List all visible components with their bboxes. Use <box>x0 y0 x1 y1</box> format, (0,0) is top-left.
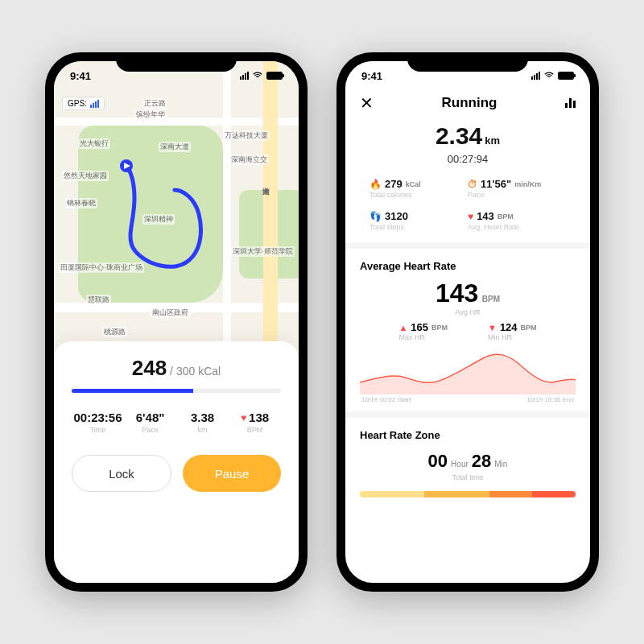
notch <box>116 52 237 72</box>
arrow-down-icon: ▼ <box>488 323 497 332</box>
screen-tracking: 9:41 GPS: 正云路 缤纷年华 光大银行 深南大道 深南海立交 万达科技 <box>54 61 299 583</box>
page-header: ✕ Running <box>345 90 590 113</box>
metric-bpm: ♥138 BPM <box>229 411 281 434</box>
hr-zone-title: Heart Rate Zone <box>360 429 576 441</box>
arrow-up-icon: ▲ <box>398 323 407 332</box>
status-icons <box>531 70 574 81</box>
cellular-icon <box>240 72 249 80</box>
zone-bar <box>360 491 576 497</box>
section-divider <box>345 242 590 249</box>
lock-button[interactable]: Lock <box>72 455 171 492</box>
status-icons <box>240 70 283 81</box>
clock-icon: ⏱ <box>468 179 477 190</box>
total-duration: 00:27:94 <box>345 153 590 165</box>
steps-icon: 👣 <box>369 211 382 222</box>
min-hr: ▼124BPM Min HR <box>488 321 537 341</box>
calories-target: / 300 kCal <box>170 365 221 378</box>
metric-time: 00:23:56 Time <box>72 411 124 434</box>
stats-icon[interactable] <box>565 98 576 108</box>
avg-hr-section: Average Heart Rate 143 BPM Avg HR ▲165BP… <box>345 249 590 411</box>
live-metrics: 00:23:56 Time 6'48" Pace 3.38 km ♥138 BP… <box>72 411 281 434</box>
screen-summary: 9:41 ✕ Running 2.34km 00:27:94 🔥279kCal … <box>345 61 590 583</box>
calories-current: 248 <box>132 356 167 380</box>
metric-pace: 6'48" Pace <box>124 411 176 434</box>
summary-header: 2.34km 00:27:94 <box>345 113 590 170</box>
stat-calories: 🔥279kCal Total calories <box>369 178 468 199</box>
heart-icon: ♥ <box>241 412 246 423</box>
wifi-icon <box>252 70 263 81</box>
hr-chart <box>360 346 576 394</box>
status-time: 9:41 <box>70 70 91 82</box>
battery-icon <box>558 72 574 80</box>
notch <box>407 52 528 72</box>
calorie-progress-text: 248 / 300 kCal <box>72 356 281 381</box>
stat-steps: 👣3120 Total steps <box>369 210 468 231</box>
cellular-icon <box>531 72 540 80</box>
battery-icon <box>266 72 283 80</box>
pause-button[interactable]: Pause <box>183 455 281 492</box>
stat-avg-hr: ♥143BPM Avg. Heart Rate <box>468 210 566 231</box>
summary-stats: 🔥279kCal Total calories ⏱11'56"min/Km Pa… <box>345 170 590 242</box>
total-distance: 2.34km <box>345 122 590 150</box>
hr-minmax: ▲165BPM Max HR ▼124BPM Min HR <box>360 321 576 341</box>
heart-icon: ♥ <box>468 211 473 222</box>
flame-icon: 🔥 <box>369 179 382 190</box>
stat-pace: ⏱11'56"min/Km Pace <box>468 178 566 199</box>
route-path <box>110 158 223 279</box>
gps-indicator: GPS: <box>62 97 105 110</box>
section-divider <box>345 411 590 418</box>
max-hr: ▲165BPM Max HR <box>398 321 448 341</box>
zone-total-time: 00Hour 28Min <box>360 451 576 472</box>
hr-zone-section: Heart Rate Zone 00Hour 28Min Total time <box>345 418 590 506</box>
phone-right: 9:41 ✕ Running 2.34km 00:27:94 🔥279kCal … <box>336 52 599 592</box>
page-title: Running <box>442 95 497 111</box>
wifi-icon <box>543 70 555 81</box>
close-icon[interactable]: ✕ <box>360 93 374 113</box>
avg-hr-title: Average Heart Rate <box>360 260 576 272</box>
gps-label: GPS: <box>68 99 87 108</box>
avg-hr-value: 143 <box>436 279 478 308</box>
tracking-panel: 248 / 300 kCal 00:23:56 Time 6'48" Pace … <box>54 341 299 583</box>
gps-signal-icon <box>90 100 99 108</box>
phone-left: 9:41 GPS: 正云路 缤纷年华 光大银行 深南大道 深南海立交 万达科技 <box>45 52 308 592</box>
status-time: 9:41 <box>361 70 382 82</box>
calorie-progress-bar <box>72 389 281 393</box>
metric-distance: 3.38 km <box>176 411 229 434</box>
hr-chart-x-axis: 10/19 10:02 Start 10/19 10:30 End <box>360 394 576 403</box>
